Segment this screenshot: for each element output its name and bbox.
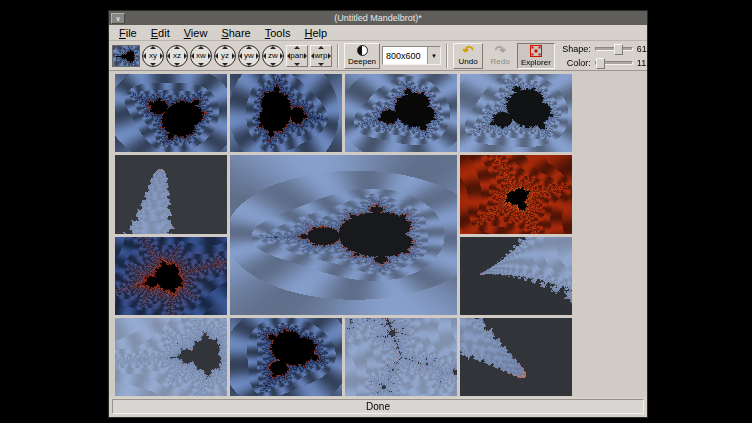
deepen-icon (357, 45, 368, 56)
fractal-preview-thumbnail (112, 45, 140, 67)
rotate-yz-button[interactable]: yz (214, 45, 236, 67)
chevron-down-icon[interactable]: ▼ (427, 47, 440, 64)
toolbar-separator (337, 44, 339, 68)
menu-file[interactable]: File (112, 26, 144, 40)
arrow-up-icon[interactable] (222, 46, 228, 49)
explorer-grid (109, 71, 647, 397)
fractal-mutation-thumbnail-8[interactable] (460, 237, 572, 315)
arrow-right-icon[interactable] (304, 53, 307, 59)
rotate-zw-button[interactable]: zw (262, 45, 284, 67)
window-title: (Untitled Mandelbrot)* (125, 13, 647, 23)
fractal-mutation-thumbnail-4[interactable] (460, 74, 572, 152)
redo-button: ↷ Redo (485, 43, 515, 69)
arrow-left-icon[interactable] (167, 53, 170, 59)
arrow-down-icon[interactable] (174, 63, 180, 66)
app-window: ∨ (Untitled Mandelbrot)* File Edit View … (108, 10, 648, 418)
status-text: Done (366, 401, 390, 412)
shape-slider-row: Shape: 61.3 (557, 44, 661, 54)
arrow-right-icon[interactable] (184, 53, 187, 59)
menu-tools[interactable]: Tools (258, 26, 298, 40)
warp-label: wrp (315, 51, 328, 60)
arrow-up-icon[interactable] (318, 46, 324, 49)
menu-edit[interactable]: Edit (144, 26, 177, 40)
fractal-mutation-thumbnail-10[interactable] (230, 318, 342, 396)
toolbar-separator (446, 44, 448, 68)
arrow-left-icon[interactable] (311, 53, 314, 59)
pan-button[interactable]: pan (286, 45, 308, 67)
arrow-down-icon[interactable] (198, 63, 204, 66)
deepen-button[interactable]: Deepen (344, 43, 380, 69)
arrow-up-icon[interactable] (150, 46, 156, 49)
color-slider[interactable] (595, 61, 633, 65)
arrow-right-icon[interactable] (256, 53, 259, 59)
fractal-mutation-thumbnail-6[interactable] (115, 237, 227, 315)
arrow-up-icon[interactable] (270, 46, 276, 49)
fractal-main-preview[interactable] (230, 155, 457, 315)
arrow-down-icon[interactable] (294, 63, 300, 66)
color-slider-value: 11.8 (637, 58, 661, 68)
arrow-down-icon[interactable] (270, 63, 276, 66)
fractal-mutation-thumbnail-11[interactable] (345, 318, 457, 396)
menu-share[interactable]: Share (214, 26, 257, 40)
explorer-sliders: Shape: 61.3 Color: 11.8 (557, 44, 661, 68)
fractal-mutation-thumbnail-1[interactable] (115, 74, 227, 152)
shape-slider[interactable] (595, 47, 633, 51)
explorer-label: Explorer (521, 58, 551, 67)
color-slider-row: Color: 11.8 (557, 58, 661, 68)
rotate-xz-label: xz (173, 51, 181, 60)
status-progress-bar: Done (112, 399, 644, 414)
arrow-right-icon[interactable] (160, 53, 163, 59)
arrow-down-icon[interactable] (150, 63, 156, 66)
rotate-xz-button[interactable]: xz (166, 45, 188, 67)
window-menu-button[interactable]: ∨ (111, 13, 125, 24)
menu-help[interactable]: Help (297, 26, 334, 40)
fractal-mutation-thumbnail-5[interactable] (115, 155, 227, 234)
warp-button[interactable]: wrp (310, 45, 332, 67)
arrow-down-icon[interactable] (222, 63, 228, 66)
arrow-left-icon[interactable] (287, 53, 290, 59)
arrow-up-icon[interactable] (246, 46, 252, 49)
arrow-up-icon[interactable] (174, 46, 180, 49)
menu-view[interactable]: View (177, 26, 215, 40)
rotate-xy-button[interactable]: xy (142, 45, 164, 67)
pan-label: pan (290, 51, 303, 60)
arrow-right-icon[interactable] (328, 53, 331, 59)
window-titlebar[interactable]: ∨ (Untitled Mandelbrot)* (109, 11, 647, 25)
arrow-up-icon[interactable] (294, 46, 300, 49)
redo-label: Redo (490, 57, 509, 66)
rotate-yz-label: yz (221, 51, 229, 60)
undo-label: Undo (458, 57, 477, 66)
rotate-yw-label: yw (244, 51, 254, 60)
rotate-yw-button[interactable]: yw (238, 45, 260, 67)
arrow-left-icon[interactable] (263, 53, 266, 59)
redo-icon: ↷ (495, 45, 506, 56)
arrow-right-icon[interactable] (232, 53, 235, 59)
arrow-left-icon[interactable] (239, 53, 242, 59)
fractal-mutation-thumbnail-2[interactable] (230, 74, 342, 152)
explorer-toggle-button[interactable]: Explorer (517, 43, 555, 69)
arrow-right-icon[interactable] (208, 53, 211, 59)
arrow-up-icon[interactable] (198, 46, 204, 49)
fractal-mutation-thumbnail-3[interactable] (345, 74, 457, 152)
rotate-xw-button[interactable]: xw (190, 45, 212, 67)
rotate-xw-label: xw (196, 51, 206, 60)
arrow-down-icon[interactable] (246, 63, 252, 66)
explorer-grid-icon (530, 45, 542, 57)
color-slider-thumb[interactable] (596, 58, 605, 69)
arrow-left-icon[interactable] (143, 53, 146, 59)
desktop-background: ∨ (Untitled Mandelbrot)* File Edit View … (0, 0, 752, 423)
rotate-zw-label: zw (268, 51, 278, 60)
arrow-left-icon[interactable] (191, 53, 194, 59)
fractal-mutation-thumbnail-12[interactable] (460, 318, 572, 396)
shape-slider-label: Shape: (557, 44, 591, 54)
fractal-mutation-thumbnail-9[interactable] (115, 318, 227, 396)
size-select-value: 800x600 (383, 51, 427, 61)
arrow-down-icon[interactable] (318, 63, 324, 66)
arrow-right-icon[interactable] (280, 53, 283, 59)
shape-slider-thumb[interactable] (614, 44, 623, 55)
undo-button[interactable]: ↶ Undo (453, 43, 483, 69)
fractal-mutation-thumbnail-7[interactable] (460, 155, 572, 234)
arrow-left-icon[interactable] (215, 53, 218, 59)
size-select[interactable]: 800x600 ▼ (382, 46, 441, 65)
shape-slider-value: 61.3 (637, 44, 661, 54)
